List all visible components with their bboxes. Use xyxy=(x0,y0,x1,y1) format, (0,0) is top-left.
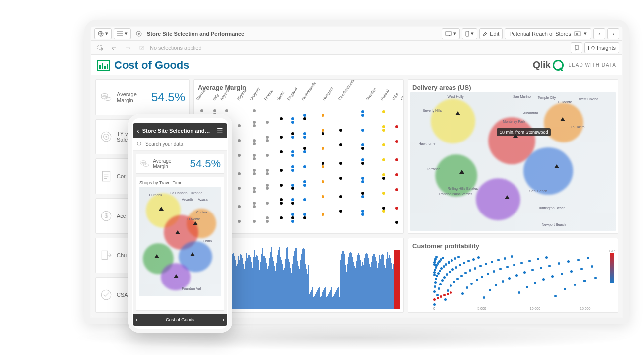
coins-icon xyxy=(100,91,113,104)
svg-rect-9 xyxy=(140,46,144,49)
step-forward-button[interactable] xyxy=(122,42,134,53)
search-icon xyxy=(137,142,142,147)
phone-kpi-card[interactable]: Average Margin 54.5% xyxy=(136,154,224,174)
toolbar-selections: No selections applied IQ Insights xyxy=(91,41,622,55)
smart-search-button[interactable] xyxy=(94,42,106,53)
list-view-button[interactable]: ▾ xyxy=(114,28,131,39)
phone-title: Store Site Selection and… xyxy=(142,128,210,134)
nav-globe-button[interactable]: ▾ xyxy=(94,28,112,39)
phone-frame: ‹ Store Site Selection and… ☰ Average Ma… xyxy=(128,114,232,333)
app-icon xyxy=(133,28,145,39)
insights-button[interactable]: IQ Insights xyxy=(584,42,619,53)
menu-icon[interactable]: ☰ xyxy=(217,127,223,135)
page-header: Cost of Goods Qlik LEAD WITH DATA xyxy=(91,55,622,75)
kpi-label: Average Margin xyxy=(117,91,147,103)
color-scale xyxy=(610,253,614,283)
phone-map-canvas[interactable]: BurbankLa Cañada FlintridgeArcadiaAzusaC… xyxy=(139,187,221,296)
phone-footer: ‹ Cost of Goods › xyxy=(133,314,227,326)
prev-sheet-icon[interactable]: ‹ xyxy=(136,316,138,323)
phone-map-card[interactable]: Shops by Travel Time BurbankLa Cañada Fl… xyxy=(136,177,224,311)
bookmark-button[interactable] xyxy=(571,42,582,53)
step-back-button[interactable] xyxy=(108,42,120,53)
chart-customer-profitability[interactable]: Customer profitability L/R 0 5,000 10,00… xyxy=(408,238,618,313)
doc-icon xyxy=(100,170,113,183)
svg-rect-4 xyxy=(466,31,469,36)
next-sheet-icon[interactable]: › xyxy=(222,316,224,323)
edit-button[interactable]: Edit xyxy=(479,28,503,39)
map-canvas[interactable]: 18 min. from Stonewood West HollyBeverly… xyxy=(410,92,616,231)
next-button[interactable]: › xyxy=(607,28,619,39)
prev-button[interactable]: ‹ xyxy=(593,28,605,39)
present-button[interactable]: ▾ xyxy=(442,28,460,39)
svg-rect-3 xyxy=(446,32,451,35)
brand-logo: Qlik xyxy=(533,59,564,71)
target-icon xyxy=(100,130,113,143)
kpi-value: 54.5% xyxy=(151,90,185,104)
phone-search[interactable] xyxy=(133,138,227,151)
svg-point-15 xyxy=(105,136,107,138)
svg-point-20 xyxy=(101,290,111,300)
brand-tagline: LEAD WITH DATA xyxy=(569,62,616,68)
story-icon xyxy=(574,31,581,36)
chart-delivery-areas[interactable]: Delivery areas (US) 18 min. from Stonewo… xyxy=(408,79,618,234)
chart-title: Customer profitability xyxy=(412,242,614,250)
map-tooltip: 18 min. from Stonewood xyxy=(497,128,551,136)
sheet-icon xyxy=(97,60,110,71)
device-button[interactable]: ▾ xyxy=(462,28,477,39)
app-title: Store Site Selection and Performance xyxy=(147,31,244,37)
no-selections-label: No selections applied xyxy=(150,45,202,51)
clear-selections-button[interactable] xyxy=(136,42,148,53)
story-selector[interactable]: Potential Reach of Stores ▾ xyxy=(505,28,591,39)
phone-header: ‹ Store Site Selection and… ☰ xyxy=(133,123,227,138)
page-title: Cost of Goods xyxy=(114,59,190,71)
money-icon: $ xyxy=(100,210,113,222)
coins-icon xyxy=(139,158,150,169)
svg-rect-19 xyxy=(102,251,107,260)
svg-rect-6 xyxy=(576,33,578,35)
toolbar-primary: ▾ ▾ Store Site Selection and Performance… xyxy=(91,27,622,41)
check-icon xyxy=(100,288,113,301)
search-input[interactable] xyxy=(145,142,223,147)
chart-title: Delivery areas (US) xyxy=(412,84,614,91)
svg-point-21 xyxy=(137,142,141,145)
exit-icon xyxy=(100,249,113,262)
svg-point-2 xyxy=(138,33,140,35)
kpi-average-margin[interactable]: Average Margin 54.5% xyxy=(95,79,190,115)
svg-text:$: $ xyxy=(104,212,108,219)
back-icon[interactable]: ‹ xyxy=(137,127,139,135)
